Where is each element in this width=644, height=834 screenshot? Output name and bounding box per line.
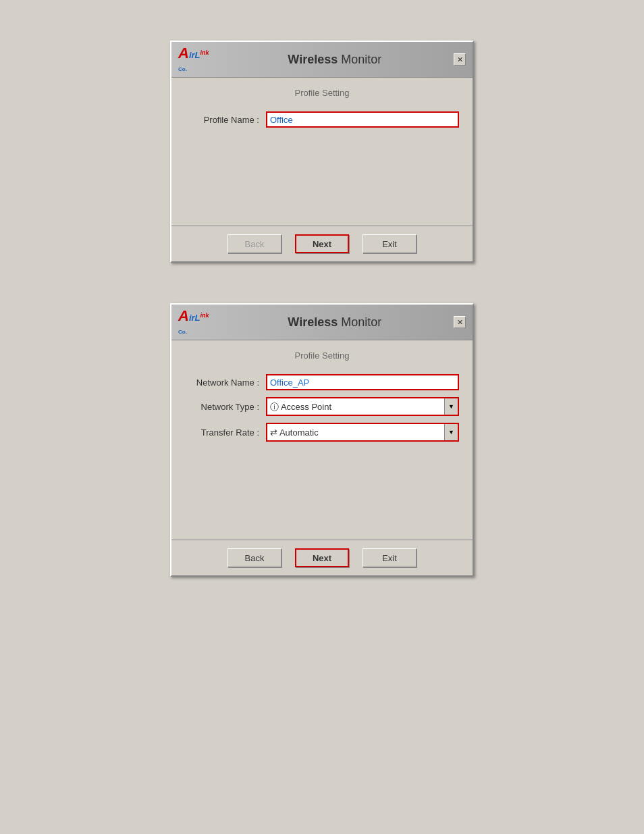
title-bar-1: AirLinkCo. Wireless Monitor ✕ [171, 42, 473, 78]
dialog-body-2: Profile Setting Network Name : Network T… [171, 340, 473, 540]
profile-name-input[interactable] [266, 111, 459, 128]
app-logo-1: AirLinkCo. [178, 46, 209, 73]
dialog-1: AirLinkCo. Wireless Monitor ✕ Profile Se… [170, 41, 474, 263]
network-type-select[interactable]: ⓘ Access Point Ad Hoc [267, 398, 458, 415]
network-name-row: Network Name : [185, 374, 459, 390]
exit-button-2[interactable]: Exit [363, 548, 417, 567]
dialog-body-1: Profile Setting Profile Name : [171, 78, 473, 226]
back-button-2[interactable]: Back [227, 548, 281, 567]
network-type-label: Network Type : [185, 402, 259, 412]
transfer-rate-select-wrapper: ⇄ Automatic 1 Mbps 2 Mbps 5.5 Mbps 11 Mb… [266, 423, 459, 442]
next-button-2[interactable]: Next [295, 548, 349, 567]
title-bar-2: AirLinkCo. Wireless Monitor ✕ [171, 305, 473, 340]
network-type-row: Network Type : ⓘ Access Point Ad Hoc ▼ [185, 397, 459, 416]
close-button-1[interactable]: ✕ [454, 53, 466, 66]
profile-name-row: Profile Name : [185, 111, 459, 128]
network-type-select-wrapper: ⓘ Access Point Ad Hoc ▼ [266, 397, 459, 416]
transfer-rate-select[interactable]: ⇄ Automatic 1 Mbps 2 Mbps 5.5 Mbps 11 Mb… [267, 424, 458, 440]
footer-1: Back Next Exit [171, 226, 473, 261]
section-header-2: Profile Setting [185, 350, 459, 361]
spacer-2 [185, 448, 459, 529]
dialog-2: AirLinkCo. Wireless Monitor ✕ Profile Se… [170, 303, 474, 577]
profile-name-label: Profile Name : [185, 115, 259, 125]
exit-button-1[interactable]: Exit [363, 234, 417, 253]
transfer-rate-row: Transfer Rate : ⇄ Automatic 1 Mbps 2 Mbp… [185, 423, 459, 442]
dialog-title-1: Wireless Monitor [216, 53, 454, 67]
dialog-title-2: Wireless Monitor [216, 315, 454, 330]
spacer-1 [185, 134, 459, 215]
transfer-rate-label: Transfer Rate : [185, 427, 259, 438]
back-button-1[interactable]: Back [227, 234, 281, 253]
network-name-input[interactable] [266, 374, 459, 390]
network-name-label: Network Name : [185, 377, 259, 388]
section-header-1: Profile Setting [185, 88, 459, 98]
app-logo-2: AirLinkCo. [178, 309, 209, 336]
next-button-1[interactable]: Next [295, 234, 349, 253]
close-button-2[interactable]: ✕ [454, 316, 466, 328]
footer-2: Back Next Exit [171, 540, 473, 575]
